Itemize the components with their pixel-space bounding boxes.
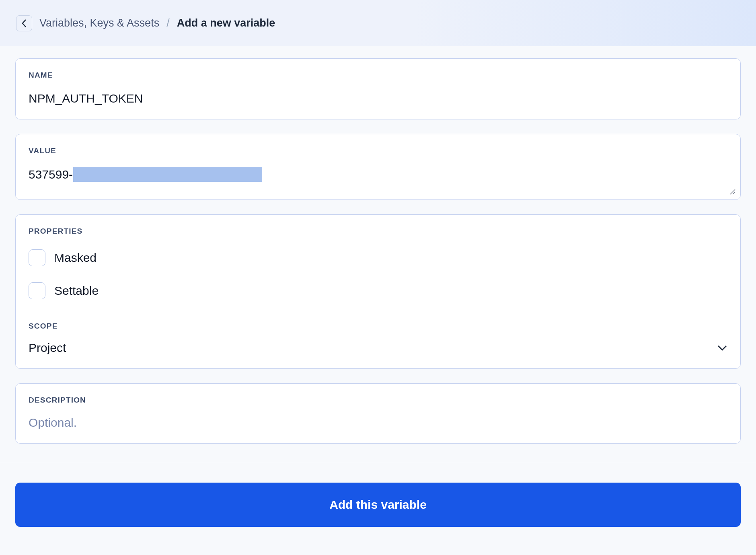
checkbox-label-masked: Masked [54, 251, 97, 265]
value-visible-prefix: 537599- [29, 168, 73, 181]
checkbox-label-settable: Settable [54, 284, 99, 298]
name-card: NAME [15, 58, 741, 119]
description-card: DESCRIPTION Optional. [15, 383, 741, 444]
svg-line-0 [730, 189, 735, 194]
form-content: NAME VALUE 537599- PROPERTIES Masked Set… [0, 46, 756, 444]
property-row-settable: Settable [29, 282, 727, 299]
value-label: VALUE [29, 146, 727, 155]
property-row-masked: Masked [29, 249, 727, 266]
name-input[interactable] [29, 92, 727, 105]
breadcrumb-separator: / [166, 17, 170, 29]
value-input[interactable]: 537599- [29, 167, 727, 182]
name-label: NAME [29, 71, 727, 80]
checkbox-masked[interactable] [29, 249, 45, 266]
back-button[interactable] [16, 15, 32, 31]
header: Variables, Keys & Assets / Add a new var… [0, 0, 756, 46]
properties-label: PROPERTIES [29, 227, 727, 236]
scope-block: SCOPE Project [29, 322, 727, 355]
value-card: VALUE 537599- [15, 134, 741, 200]
breadcrumb-parent[interactable]: Variables, Keys & Assets [39, 17, 159, 29]
scope-select[interactable]: Project [29, 341, 727, 355]
checkbox-settable[interactable] [29, 282, 45, 299]
textarea-resize-handle[interactable] [729, 188, 735, 195]
chevron-left-icon [21, 19, 27, 28]
scope-selected-value: Project [29, 341, 66, 355]
breadcrumb-current: Add a new variable [177, 17, 275, 29]
description-input[interactable]: Optional. [29, 416, 727, 430]
footer: Add this variable [0, 463, 756, 527]
svg-line-1 [733, 192, 735, 194]
chevron-down-icon [717, 345, 727, 351]
add-variable-button[interactable]: Add this variable [15, 483, 741, 527]
scope-label: SCOPE [29, 322, 727, 331]
value-redaction [73, 167, 262, 182]
properties-card: PROPERTIES Masked Settable SCOPE Project [15, 214, 741, 369]
description-label: DESCRIPTION [29, 396, 727, 405]
